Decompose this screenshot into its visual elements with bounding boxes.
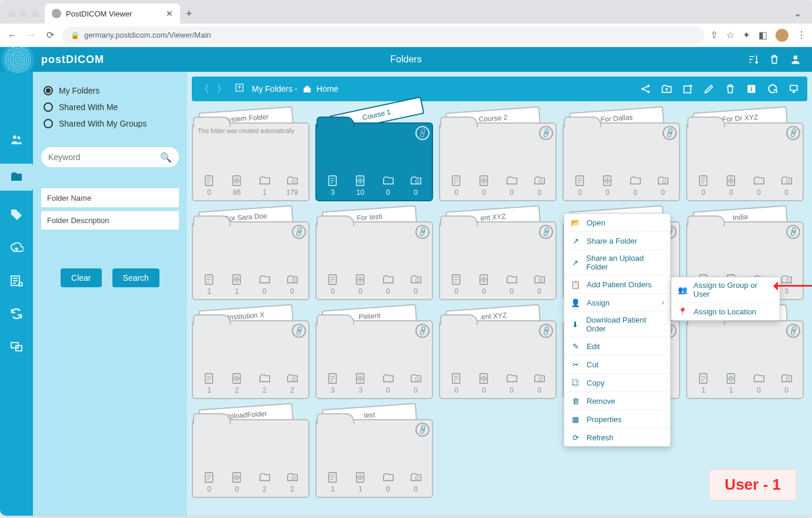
browser-window: PostDICOM Viewer ✕ + ⌄ ← → ⟳ 🔒 germany.p… [0, 0, 812, 516]
folder-card[interactable]: Patient3300🔗 [315, 306, 433, 399]
menu-icon[interactable]: ⋮ [797, 29, 806, 41]
keyword-search[interactable]: 🔍 [41, 147, 179, 167]
ctx-assign[interactable]: 👤Assign› [564, 294, 670, 312]
sidepanel-icon[interactable]: ◧ [758, 29, 767, 41]
scope-1[interactable]: Shared With Me [41, 99, 179, 115]
svg-point-0 [794, 55, 798, 59]
folder-stat: 0 [258, 273, 271, 295]
rail-upload-icon[interactable] [8, 239, 25, 257]
rail-folders-icon[interactable] [0, 164, 33, 191]
folder-stat: 0 [410, 273, 422, 295]
svg-point-2 [18, 137, 21, 140]
search-icon[interactable]: 🔍 [160, 152, 172, 163]
tab-close-icon[interactable]: ✕ [166, 9, 173, 18]
scope-label: Shared With Me [59, 102, 118, 112]
ctx-remove[interactable]: 🗑Remove [564, 392, 670, 410]
folder-stat: 2 [231, 372, 244, 394]
tool-info-icon[interactable]: i [745, 82, 758, 95]
breadcrumb[interactable]: My Folders - Home [252, 84, 338, 94]
ctx-cut[interactable]: ✂Cut [564, 356, 670, 374]
bookmark-icon[interactable]: ☆ [726, 29, 734, 41]
folder-stat: 179 [286, 174, 299, 197]
trash-icon[interactable] [768, 54, 780, 65]
profile-avatar[interactable] [776, 29, 788, 42]
search-button[interactable]: Search [112, 268, 159, 287]
browser-tab[interactable]: PostDICOM Viewer ✕ [45, 4, 180, 24]
sort-icon[interactable] [747, 54, 759, 65]
folder-desc-field[interactable]: Folder Description [41, 211, 179, 230]
ctx-properties[interactable]: ▦Properties [564, 410, 670, 429]
folder-stat: 3 [354, 372, 367, 394]
folder-stat: 0 [286, 273, 299, 295]
tool-view-icon[interactable] [787, 82, 800, 95]
back-icon[interactable]: ← [6, 30, 19, 41]
new-tab-button[interactable]: + [180, 8, 198, 24]
extensions-icon[interactable]: ✦ [743, 29, 750, 41]
edit-icon: ✎ [570, 341, 581, 351]
folder-card[interactable]: .ent XYZ0000🔗 [439, 306, 557, 399]
folder-card[interactable]: For Sara Doe1100🔗 [192, 207, 310, 300]
keyword-input[interactable] [48, 152, 160, 162]
scope-2[interactable]: Shared With My Groups [41, 115, 179, 132]
folder-card[interactable]: For testi0000🔗 [315, 207, 433, 300]
folder-card[interactable]: System FolderThis folder was created aut… [192, 108, 310, 201]
forward-icon[interactable]: → [25, 30, 38, 41]
folder-card[interactable]: Course 20000🔗 [439, 108, 557, 201]
folder-stat: 2 [286, 372, 299, 394]
radio-icon [44, 86, 53, 95]
tool-share-icon[interactable] [639, 82, 652, 95]
folder-card[interactable]: UploadFolder0022 [192, 405, 310, 498]
scope-0[interactable]: My Folders [41, 82, 179, 99]
orders-icon: 📋 [570, 279, 581, 290]
folder-stat: 1 [697, 372, 710, 394]
submenu-assign-to-location[interactable]: 📍Assign to Location [671, 303, 780, 320]
ctx-refresh[interactable]: ⟳Refresh [564, 429, 670, 446]
ctx-download-patient-order[interactable]: ⬇Download Patient Order [564, 312, 670, 337]
clear-button[interactable]: Clear [61, 268, 101, 287]
tool-refresh-icon[interactable] [766, 82, 779, 95]
reload-icon[interactable]: ⟳ [44, 29, 56, 41]
user-icon[interactable] [790, 54, 801, 65]
tool-delete-icon[interactable] [724, 82, 737, 95]
folder-card[interactable]: For Dr XYZ0000🔗 [686, 108, 804, 201]
tool-newfolder-icon[interactable] [681, 82, 694, 95]
main-area: 〈 〉 My Folders - Home i [187, 72, 812, 516]
folder-card[interactable]: For Dallas0000🔗 [563, 108, 680, 201]
cut-icon: ✂ [570, 359, 581, 370]
upload-here-icon[interactable] [234, 82, 245, 96]
ctx-share-a-folder[interactable]: ↗Share a Folder [564, 232, 670, 250]
folder-stat: 0 [382, 174, 395, 197]
share-icon[interactable]: ⇧ [710, 29, 718, 41]
folder-stat: 0 [410, 174, 422, 197]
folder-stat: 86 [231, 174, 244, 197]
tool-edit-icon[interactable] [703, 82, 716, 95]
folder-stat: 1 [327, 471, 340, 493]
tabs-dropdown-icon[interactable]: ⌄ [788, 8, 807, 24]
folder-card[interactable]: Institution X1222🔗 [192, 306, 310, 399]
folder-card[interactable]: test1100🔗 [315, 405, 433, 498]
tool-upload-icon[interactable] [660, 82, 673, 95]
submenu-assign-to-group-or-user[interactable]: 👥Assign to Group or User [671, 277, 780, 303]
sidebar: My FoldersShared With MeShared With My G… [33, 72, 187, 516]
folder-name-field[interactable]: Folder Name [41, 188, 179, 207]
rail-users-icon[interactable] [8, 131, 25, 148]
rail-list-icon[interactable] [8, 272, 25, 290]
nav-next-icon[interactable]: 〉 [217, 82, 227, 96]
nav-prev-icon[interactable]: 〈 [199, 82, 209, 96]
scope-label: Shared With My Groups [59, 119, 147, 128]
ctx-add-patient-orders[interactable]: 📋Add Patient Orders [564, 275, 670, 294]
rail-tags-icon[interactable] [8, 206, 25, 224]
ctx-edit[interactable]: ✎Edit [564, 337, 670, 356]
window-controls[interactable] [5, 11, 45, 24]
folder-stat: 0 [629, 174, 642, 197]
ctx-copy[interactable]: ⿻Copy [564, 374, 670, 392]
ctx-open[interactable]: 📂Open [564, 214, 670, 232]
folder-card[interactable]: Course 131000🔗 [315, 108, 433, 201]
submenu-label: Assign to Group or User [694, 281, 774, 298]
folder-stat: 1 [258, 174, 271, 197]
rail-devices-icon[interactable] [8, 338, 25, 356]
address-bar[interactable]: 🔒 germany.postdicom.com/Viewer/Main [62, 26, 704, 44]
rail-sync-icon[interactable] [8, 305, 25, 323]
folder-card[interactable]: ent XYZ0000🔗 [439, 207, 557, 300]
ctx-share-an-upload-folder[interactable]: ↗Share an Upload Folder [564, 250, 670, 275]
